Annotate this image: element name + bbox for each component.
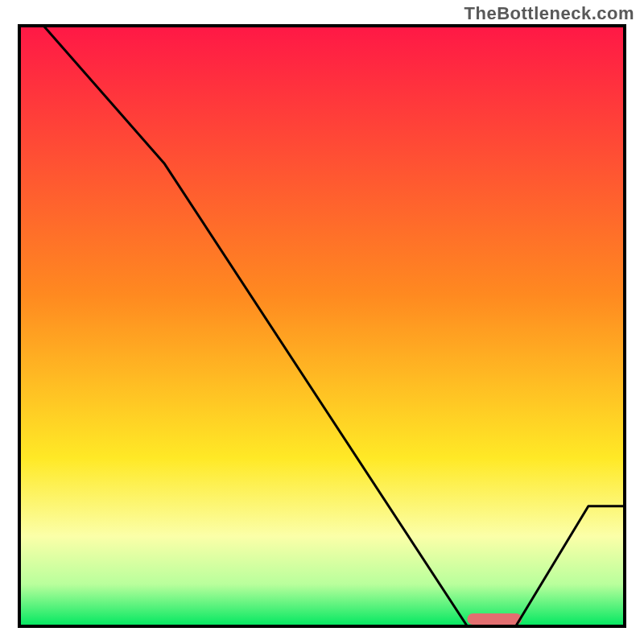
gradient-background xyxy=(19,26,625,626)
watermark-text: TheBottleneck.com xyxy=(464,3,634,24)
chart-container: { "watermark": "TheBottleneck.com", "cha… xyxy=(0,0,644,644)
bottleneck-chart xyxy=(0,0,644,644)
optimal-range-marker xyxy=(467,613,522,625)
